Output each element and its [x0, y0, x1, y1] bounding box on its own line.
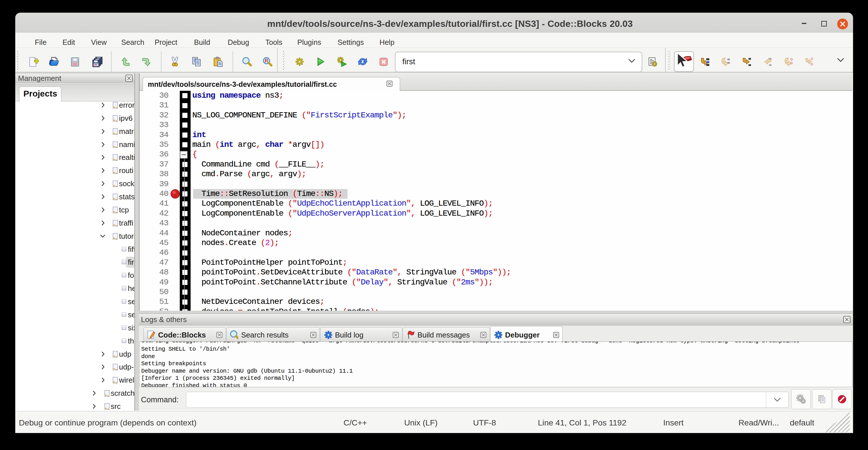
svg-text:R: R: [265, 58, 269, 64]
